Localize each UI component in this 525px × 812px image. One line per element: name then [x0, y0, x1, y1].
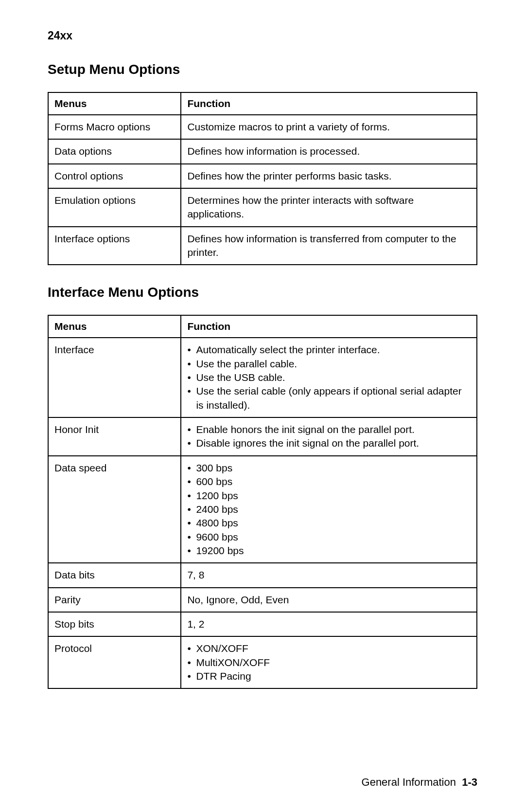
list-item: 9600 bps — [187, 530, 471, 544]
table-row: Forms Macro options Customize macros to … — [48, 115, 477, 139]
table-row: Protocol XON/XOFF MultiXON/XOFF DTR Paci… — [48, 636, 477, 688]
list-item: Enable honors the init signal on the par… — [187, 423, 471, 436]
list-item: Disable ignores the init signal on the p… — [187, 436, 471, 450]
footer-page-number: 1-3 — [462, 776, 477, 788]
bullet-list: Enable honors the init signal on the par… — [187, 423, 471, 451]
cell-menu: Interface — [48, 338, 181, 417]
cell-menu: Parity — [48, 588, 181, 612]
table-row: Stop bits 1, 2 — [48, 612, 477, 636]
cell-function: XON/XOFF MultiXON/XOFF DTR Pacing — [181, 636, 477, 688]
col-function: Function — [181, 315, 477, 338]
bullet-list: Automatically select the printer interfa… — [187, 343, 471, 412]
list-item: Automatically select the printer interfa… — [187, 343, 471, 357]
cell-function: Defines how the printer performs basic t… — [181, 164, 477, 188]
list-item: 300 bps — [187, 461, 471, 475]
list-item: 600 bps — [187, 475, 471, 488]
interface-menu-table: Menus Function Interface Automatically s… — [48, 315, 477, 689]
cell-function: 300 bps 600 bps 1200 bps 2400 bps 4800 b… — [181, 456, 477, 563]
section-title-setup: Setup Menu Options — [48, 62, 477, 77]
header-model: 24xx — [48, 29, 477, 42]
cell-function: Determines how the printer interacts wit… — [181, 188, 477, 227]
cell-menu: Stop bits — [48, 612, 181, 636]
cell-function: Automatically select the printer interfa… — [181, 338, 477, 417]
table-row: Interface options Defines how informatio… — [48, 227, 477, 265]
list-item: Use the serial cable (only appears if op… — [187, 384, 471, 412]
table-header-row: Menus Function — [48, 315, 477, 338]
cell-menu: Interface options — [48, 227, 181, 265]
table-row: Interface Automatically select the print… — [48, 338, 477, 417]
cell-function: 1, 2 — [181, 612, 477, 636]
list-item: XON/XOFF — [187, 642, 471, 655]
page-footer: General Information 1-3 — [362, 776, 477, 789]
cell-menu: Data options — [48, 139, 181, 163]
list-item: MultiXON/XOFF — [187, 656, 471, 669]
table-row: Honor Init Enable honors the init signal… — [48, 417, 477, 456]
bullet-list: XON/XOFF MultiXON/XOFF DTR Pacing — [187, 642, 471, 683]
col-menus: Menus — [48, 315, 181, 338]
table-row: Emulation options Determines how the pri… — [48, 188, 477, 227]
table-row: Data bits 7, 8 — [48, 563, 477, 587]
cell-function: No, Ignore, Odd, Even — [181, 588, 477, 612]
cell-menu: Forms Macro options — [48, 115, 181, 139]
cell-menu: Data speed — [48, 456, 181, 563]
cell-function: Defines how information is processed. — [181, 139, 477, 163]
list-item: 19200 bps — [187, 544, 471, 558]
cell-function: Enable honors the init signal on the par… — [181, 417, 477, 456]
cell-function: Customize macros to print a variety of f… — [181, 115, 477, 139]
footer-section: General Information — [362, 776, 456, 788]
cell-menu: Protocol — [48, 636, 181, 688]
cell-menu: Honor Init — [48, 417, 181, 456]
col-menus: Menus — [48, 92, 181, 115]
section-title-interface: Interface Menu Options — [48, 285, 477, 300]
bullet-list: 300 bps 600 bps 1200 bps 2400 bps 4800 b… — [187, 461, 471, 558]
table-header-row: Menus Function — [48, 92, 477, 115]
list-item: DTR Pacing — [187, 669, 471, 683]
list-item: Use the parallel cable. — [187, 357, 471, 371]
cell-menu: Data bits — [48, 563, 181, 587]
table-row: Control options Defines how the printer … — [48, 164, 477, 188]
cell-function: 7, 8 — [181, 563, 477, 587]
cell-menu: Emulation options — [48, 188, 181, 227]
table-row: Parity No, Ignore, Odd, Even — [48, 588, 477, 612]
document-page: 24xx Setup Menu Options Menus Function F… — [0, 0, 525, 812]
setup-menu-table: Menus Function Forms Macro options Custo… — [48, 92, 477, 265]
list-item: 1200 bps — [187, 489, 471, 503]
table-row: Data speed 300 bps 600 bps 1200 bps 2400… — [48, 456, 477, 563]
list-item: 2400 bps — [187, 503, 471, 516]
cell-menu: Control options — [48, 164, 181, 188]
cell-function: Defines how information is transferred f… — [181, 227, 477, 265]
list-item: Use the USB cable. — [187, 371, 471, 384]
list-item: 4800 bps — [187, 516, 471, 530]
col-function: Function — [181, 92, 477, 115]
table-row: Data options Defines how information is … — [48, 139, 477, 163]
